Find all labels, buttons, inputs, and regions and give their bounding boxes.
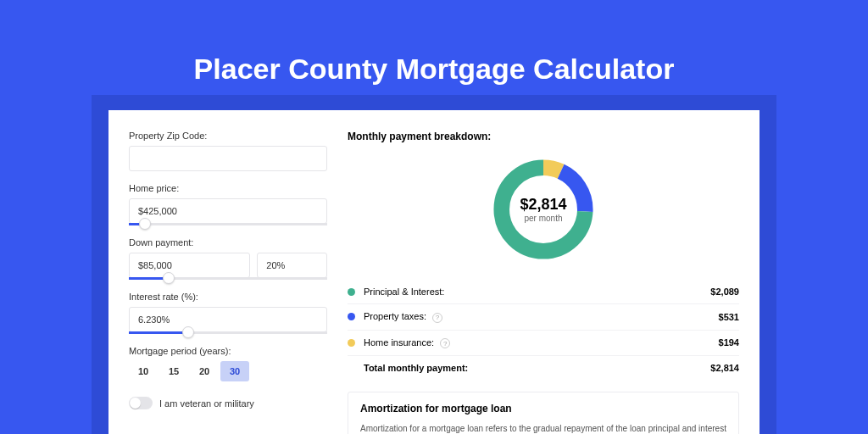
- down-payment-slider[interactable]: [129, 277, 327, 280]
- zip-field: Property Zip Code:: [129, 131, 327, 171]
- legend-label: Property taxes: ?: [364, 311, 719, 323]
- down-payment-field: Down payment:: [129, 237, 327, 280]
- veteran-label: I am veteran or military: [159, 398, 254, 409]
- interest-input[interactable]: [129, 307, 327, 332]
- legend-value: $194: [719, 337, 739, 348]
- donut-wrap: $2,814 per month: [348, 154, 739, 264]
- down-payment-pct-input[interactable]: [257, 253, 327, 278]
- interest-label: Interest rate (%):: [129, 292, 327, 302]
- home-price-input[interactable]: [129, 198, 327, 224]
- period-btn-10[interactable]: 10: [129, 361, 158, 381]
- legend-total-value: $2,814: [710, 363, 739, 373]
- info-icon[interactable]: ?: [432, 313, 442, 323]
- home-price-field: Home price:: [129, 183, 327, 225]
- breakdown-panel: Monthly payment breakdown: $2,814 per mo…: [337, 110, 760, 434]
- legend-total-label: Total monthly payment:: [364, 363, 710, 373]
- legend-row-total: Total monthly payment: $2,814: [348, 356, 739, 380]
- donut-sub: per month: [524, 214, 562, 223]
- home-price-label: Home price:: [129, 183, 327, 193]
- veteran-toggle[interactable]: [129, 397, 153, 409]
- slider-thumb[interactable]: [182, 326, 194, 338]
- veteran-toggle-row: I am veteran or military: [129, 397, 327, 409]
- period-btn-30[interactable]: 30: [220, 361, 249, 381]
- slider-fill: [129, 331, 188, 334]
- donut-amount: $2,814: [520, 196, 566, 214]
- home-price-slider[interactable]: [129, 223, 327, 225]
- legend-value: $531: [719, 312, 739, 322]
- dot-principal-icon: [348, 288, 355, 296]
- page-title: Placer County Mortgage Calculator: [0, 0, 868, 86]
- down-payment-input[interactable]: [129, 253, 250, 278]
- amortization-box: Amortization for mortgage loan Amortizat…: [348, 392, 739, 434]
- toggle-knob: [130, 398, 141, 409]
- down-payment-label: Down payment:: [129, 237, 327, 248]
- period-label: Mortgage period (years):: [129, 346, 327, 356]
- interest-field: Interest rate (%):: [129, 292, 327, 334]
- dot-insurance-icon: [348, 339, 355, 347]
- period-options: 10 15 20 30: [129, 361, 327, 381]
- info-icon[interactable]: ?: [440, 338, 450, 348]
- legend-row-insurance: Home insurance: ? $194: [348, 331, 739, 357]
- donut-center: $2,814 per month: [488, 154, 598, 264]
- legend-value: $2,089: [710, 287, 739, 297]
- period-btn-20[interactable]: 20: [190, 361, 219, 381]
- slider-thumb[interactable]: [139, 218, 151, 230]
- legend-row-principal: Principal & Interest: $2,089: [348, 280, 739, 304]
- donut-chart: $2,814 per month: [488, 154, 598, 264]
- legend-row-taxes: Property taxes: ? $531: [348, 304, 739, 331]
- zip-input[interactable]: [129, 146, 327, 171]
- slider-thumb[interactable]: [163, 272, 175, 284]
- form-panel: Property Zip Code: Home price: Down paym…: [108, 110, 337, 434]
- legend-label: Home insurance: ?: [364, 337, 719, 349]
- legend-label: Principal & Interest:: [364, 287, 710, 297]
- period-btn-15[interactable]: 15: [159, 361, 188, 381]
- breakdown-title: Monthly payment breakdown:: [348, 131, 739, 142]
- amortization-text: Amortization for a mortgage loan refers …: [360, 423, 726, 434]
- zip-label: Property Zip Code:: [129, 131, 327, 141]
- amortization-title: Amortization for mortgage loan: [360, 403, 726, 415]
- dot-taxes-icon: [348, 313, 355, 320]
- period-field: Mortgage period (years): 10 15 20 30: [129, 346, 327, 381]
- interest-slider[interactable]: [129, 331, 327, 334]
- calculator-card: Property Zip Code: Home price: Down paym…: [108, 110, 760, 434]
